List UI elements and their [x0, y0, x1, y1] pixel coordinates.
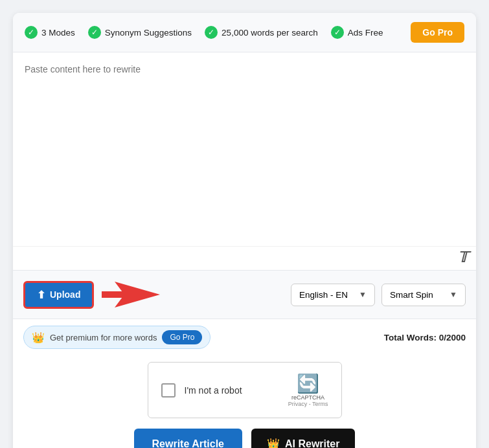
captcha-logo: 🔄 reCAPTCHA Privacy - Terms: [288, 373, 328, 407]
spin-dropdown[interactable]: Smart Spin ▼: [381, 284, 466, 306]
text-format-icon: 𝕋: [458, 249, 468, 266]
upload-button[interactable]: ⬆ Upload: [23, 281, 94, 309]
action-buttons: Rewrite Article 👑 AI Rewriter: [134, 429, 356, 448]
language-value: English - EN: [299, 290, 348, 300]
spin-chevron-icon: ▼: [449, 290, 457, 299]
feature-synonyms: ✓ Synonym Suggestions: [88, 26, 192, 39]
red-arrow-icon: [102, 278, 173, 311]
upload-icon: ⬆: [37, 289, 45, 301]
feature-words-label: 25,000 words per search: [222, 28, 318, 38]
check-icon-modes: ✓: [25, 26, 38, 39]
bottom-section: I'm not a robot 🔄 reCAPTCHA Privacy - Te…: [13, 355, 476, 448]
content-textarea[interactable]: [13, 52, 476, 243]
info-bar: 👑 Get premium for more words Go Pro Tota…: [13, 319, 476, 355]
word-count: Total Words: 0/2000: [384, 333, 466, 342]
language-dropdown[interactable]: English - EN ▼: [291, 284, 375, 306]
crown-icon: 👑: [32, 331, 45, 344]
ai-rewriter-label: AI Rewriter: [285, 438, 339, 449]
check-icon-words: ✓: [205, 26, 218, 39]
rewrite-article-button[interactable]: Rewrite Article: [134, 429, 242, 448]
svg-rect-1: [102, 291, 128, 298]
feature-synonyms-label: Synonym Suggestions: [105, 28, 192, 38]
dropdowns-container: English - EN ▼ Smart Spin ▼: [291, 284, 466, 306]
captcha-links: Privacy - Terms: [288, 401, 328, 407]
upload-label: Upload: [50, 289, 80, 300]
controls-bar: ⬆ Upload English - EN ▼ Smart Spin ▼: [13, 270, 476, 319]
check-icon-ads: ✓: [331, 26, 344, 39]
main-container: ✓ 3 Modes ✓ Synonym Suggestions ✓ 25,000…: [13, 13, 476, 448]
check-icon-synonyms: ✓: [88, 26, 101, 39]
feature-ads: ✓ Ads Free: [331, 26, 383, 39]
textarea-section: 𝕋: [13, 52, 476, 270]
language-chevron-icon: ▼: [359, 290, 367, 299]
features-bar: ✓ 3 Modes ✓ Synonym Suggestions ✓ 25,000…: [13, 13, 476, 52]
go-pro-small-button[interactable]: Go Pro: [162, 330, 202, 344]
captcha-brand: reCAPTCHA: [291, 394, 324, 401]
feature-modes-label: 3 Modes: [41, 28, 75, 38]
feature-3modes: ✓ 3 Modes: [25, 26, 75, 39]
feature-words: ✓ 25,000 words per search: [205, 26, 318, 39]
go-pro-button[interactable]: Go Pro: [411, 22, 464, 43]
recaptcha-icon: 🔄: [297, 373, 319, 394]
spin-value: Smart Spin: [390, 290, 433, 300]
crown-ai-icon: 👑: [267, 438, 280, 448]
captcha-checkbox[interactable]: [161, 383, 176, 398]
premium-badge: 👑 Get premium for more words Go Pro: [23, 326, 210, 349]
ai-rewriter-button[interactable]: 👑 AI Rewriter: [251, 429, 355, 448]
captcha-box: I'm not a robot 🔄 reCAPTCHA Privacy - Te…: [148, 362, 342, 418]
feature-ads-label: Ads Free: [348, 28, 383, 38]
textarea-footer: 𝕋: [13, 246, 476, 270]
premium-text: Get premium for more words: [50, 333, 157, 342]
captcha-label: I'm not a robot: [185, 385, 242, 396]
